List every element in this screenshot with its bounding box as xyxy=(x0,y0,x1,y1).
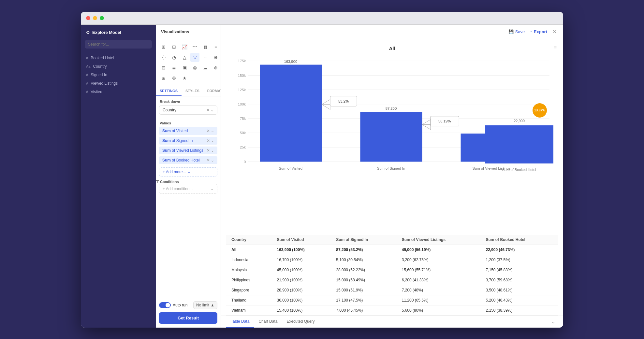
chart-menu-icon[interactable]: ≡ xyxy=(554,44,557,50)
cell-country: Indonesia xyxy=(226,255,271,265)
sidebar-item-icon-signed-in: # xyxy=(86,73,88,77)
field-tag-label-booked-hotel: Sum of Booked Hotel xyxy=(162,158,200,162)
auto-run-row: Auto run No limit ▲ xyxy=(159,301,217,309)
tab-styles[interactable]: STYLES xyxy=(182,86,203,96)
export-icon: ↑ xyxy=(530,29,532,34)
target-icon[interactable]: ◎ xyxy=(190,63,199,72)
sidebar-item-visited[interactable]: #Visited xyxy=(81,88,156,96)
filter-chart-icon[interactable]: ▽ xyxy=(190,53,199,62)
cell-country: Malaysia xyxy=(226,265,271,275)
data-tab-executed-query[interactable]: Executed Query xyxy=(282,316,319,328)
settings-viz-icon[interactable]: ✤ xyxy=(169,74,179,83)
cell-visited: 28,900 (100%) xyxy=(271,285,331,295)
get-result-button[interactable]: Get Result xyxy=(159,312,217,324)
pie-icon[interactable]: ◔ xyxy=(169,53,179,62)
save-icon: 💾 xyxy=(508,29,514,34)
main-content: ⊙ Explore Model #Booked HotelAaCountry#S… xyxy=(81,25,563,328)
line-chart-icon[interactable]: 📈 xyxy=(180,42,189,51)
table-row: Malaysia 45,000 (100%) 28,000 (62.22%) 1… xyxy=(226,265,558,275)
sidebar-items-list: #Booked HotelAaCountry#Signed In#Viewed … xyxy=(81,54,156,96)
sidebar-item-signed-in[interactable]: #Signed In xyxy=(81,71,156,79)
col-country: Country xyxy=(226,235,271,245)
export-label: Export xyxy=(534,29,547,34)
field-tag-remove-visited[interactable]: ✕ ⌄ xyxy=(207,129,214,133)
svg-text:100k: 100k xyxy=(238,102,246,106)
add-condition-button[interactable]: + Add condition... ⌄ xyxy=(159,184,217,194)
svg-text:175k: 175k xyxy=(238,59,246,63)
list-icon[interactable]: ≣ xyxy=(169,63,179,72)
card-icon[interactable]: ▣ xyxy=(180,63,189,72)
cell-visited: 163,900 (100%) xyxy=(271,245,331,255)
tab-format[interactable]: FORMAT xyxy=(203,86,221,96)
cell-viewed: 15,600 (55.71%) xyxy=(397,265,481,275)
bar-chart-icon[interactable]: ▦ xyxy=(201,42,210,51)
table-row: Vietnam 15,400 (100%) 7,000 (45.45%) 5,6… xyxy=(226,305,558,315)
close-button[interactable]: ✕ xyxy=(552,29,557,35)
conditions-label: ⊤ Conditions xyxy=(156,180,221,184)
bar-visited[interactable] xyxy=(260,64,322,162)
field-tag-remove-booked-hotel[interactable]: ✕ ⌄ xyxy=(207,158,214,162)
cell-booked: 22,900 (46.73%) xyxy=(480,245,558,255)
field-tag-remove-viewed-listings[interactable]: ✕ ⌄ xyxy=(207,148,214,153)
collapse-button[interactable]: ⌄ xyxy=(549,316,558,327)
field-tag-viewed-listings[interactable]: Sum of Viewed Listings✕ ⌄ xyxy=(159,147,217,154)
minimize-traffic-light[interactable] xyxy=(93,16,97,20)
bar-signed-in[interactable] xyxy=(360,112,422,162)
svg-text:75k: 75k xyxy=(240,117,246,120)
waterfall-icon[interactable]: ≈ xyxy=(201,53,210,62)
search-input[interactable] xyxy=(85,40,152,49)
table-icon[interactable]: ⊞ xyxy=(159,42,168,51)
cell-signed-in: 15,000 (68.49%) xyxy=(331,275,396,285)
funnel-icon[interactable]: ≡ xyxy=(211,42,220,51)
cell-country: Thailand xyxy=(226,295,271,305)
breakdown-field[interactable]: Country ✕ ⌄ xyxy=(159,106,217,115)
cloud-icon[interactable]: ☁ xyxy=(201,63,210,72)
auto-run-toggle[interactable]: Auto run xyxy=(159,302,187,308)
values-label: Values xyxy=(156,118,221,127)
tab-settings[interactable]: SETTINGS xyxy=(156,86,182,96)
sidebar-item-booked-hotel[interactable]: #Booked Hotel xyxy=(81,54,156,62)
no-limit-button[interactable]: No limit ▲ xyxy=(193,301,217,309)
svg-text:125k: 125k xyxy=(238,88,246,92)
toggle-switch[interactable] xyxy=(159,302,171,308)
maximize-traffic-light[interactable] xyxy=(100,16,104,20)
data-tab-table-data[interactable]: Table Data xyxy=(226,316,254,328)
gauge-icon[interactable]: ⊛ xyxy=(211,63,220,72)
star-icon[interactable]: ★ xyxy=(180,74,189,83)
svg-text:163,900: 163,900 xyxy=(284,60,297,64)
sidebar-item-icon-visited: # xyxy=(86,90,88,94)
scatter-icon[interactable]: ⁛ xyxy=(159,53,168,62)
col-signed-in: Sum of Signed In xyxy=(331,235,396,245)
save-button[interactable]: 💾 Save xyxy=(508,29,525,34)
sidebar-item-label-visited: Visited xyxy=(91,90,102,94)
field-tag-visited[interactable]: Sum of Visited✕ ⌄ xyxy=(159,127,217,135)
close-traffic-light[interactable] xyxy=(86,16,90,20)
field-tag-booked-hotel[interactable]: Sum of Booked Hotel✕ ⌄ xyxy=(159,156,217,164)
cell-country: All xyxy=(226,245,271,255)
col-visited: Sum of Visited xyxy=(271,235,331,245)
field-tag-signed-in[interactable]: Sum of Signed In✕ ⌄ xyxy=(159,137,217,145)
data-tab-chart-data[interactable]: Chart Data xyxy=(254,316,282,328)
sidebar-item-viewed-listings[interactable]: #Viewed Listings xyxy=(81,79,156,88)
map-icon[interactable]: ⊕ xyxy=(211,53,220,62)
field-tag-remove-signed-in[interactable]: ✕ ⌄ xyxy=(207,138,214,143)
export-button[interactable]: ↑ Export xyxy=(530,29,547,34)
triangle-icon[interactable]: △ xyxy=(180,53,189,62)
area-chart-icon[interactable]: 〰 xyxy=(190,42,199,51)
table-body: All 163,900 (100%) 87,200 (53.2%) 49,000… xyxy=(226,245,558,315)
sidebar-item-icon-viewed-listings: # xyxy=(86,81,88,85)
breakdown-clear-icon[interactable]: ✕ ⌄ xyxy=(206,108,214,112)
cell-signed-in: 87,200 (53.2%) xyxy=(331,245,396,255)
table-row: Philippines 21,900 (100%) 15,000 (68.49%… xyxy=(226,275,558,285)
sidebar-header: ⊙ Explore Model xyxy=(81,30,156,40)
svg-text:50k: 50k xyxy=(240,131,246,135)
pivot-icon[interactable]: ⊟ xyxy=(169,42,179,51)
building-icon[interactable]: ⊞ xyxy=(159,74,168,83)
sidebar-item-country[interactable]: AaCountry xyxy=(81,62,156,71)
add-more-button[interactable]: + Add more... ⌄ xyxy=(159,167,217,177)
field-tag-label-visited: Sum of Visited xyxy=(162,129,188,133)
viz-icons-grid: ⊞ ⊟ 📈 〰 ▦ ≡ ⁛ ◔ △ ▽ ≈ ⊕ ⊡ ≣ ▣ ◎ ☁ ⊛ ⊞ ✤ xyxy=(156,39,221,86)
bar-booked-hotel[interactable]: 22,900 Sum of Booked Hotel xyxy=(485,125,553,163)
heatmap-icon[interactable]: ⊡ xyxy=(159,63,168,72)
save-label: Save xyxy=(515,29,525,34)
